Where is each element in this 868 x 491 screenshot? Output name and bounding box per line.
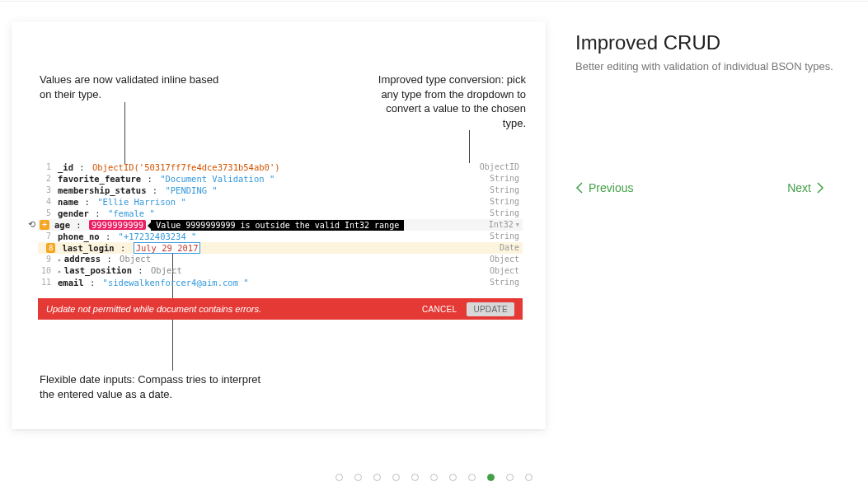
pager-dot[interactable]	[468, 474, 476, 481]
annotation-type-conversion: Improved type conversion: pick any type …	[361, 72, 526, 130]
pager-dot[interactable]	[411, 474, 419, 481]
line-number: 1	[38, 161, 58, 173]
field-key[interactable]: name	[58, 197, 78, 207]
field-value[interactable]: "sidewalkenforcer4@aim.com "	[103, 278, 249, 288]
field-row[interactable]: 11email : "sidewalkenforcer4@aim.com "St…	[38, 277, 523, 288]
field-value[interactable]: July 29 2017	[134, 242, 201, 254]
pager-dot[interactable]	[335, 474, 343, 481]
line-number: 11	[38, 277, 58, 288]
feature-title: Improved CRUD	[575, 31, 834, 54]
validation-tooltip: Value 9999999999 is outside the valid In…	[151, 220, 404, 231]
type-dropdown[interactable]: ObjectID	[480, 161, 523, 173]
field-key[interactable]: last_position	[64, 265, 132, 275]
previous-button[interactable]: Previous	[575, 181, 633, 194]
pager-dot[interactable]	[430, 474, 438, 481]
field-key[interactable]: email	[58, 278, 84, 288]
field-value[interactable]: "+17232403234 "	[119, 231, 197, 241]
type-dropdown[interactable]: Object	[490, 254, 523, 265]
field-row[interactable]: 10▸last_position : ObjectObject	[38, 265, 523, 277]
field-key[interactable]: address	[64, 254, 101, 264]
line-number: 8	[46, 243, 55, 253]
cancel-button[interactable]: CANCEL	[422, 305, 457, 314]
pager-dot[interactable]	[449, 474, 457, 481]
pager-dot[interactable]	[373, 474, 381, 481]
field-row[interactable]: 1_id : ObjectID('50317ff7fe4dce3731b54ab…	[38, 161, 523, 173]
error-message: Update not permitted while document cont…	[46, 304, 422, 314]
field-row[interactable]: 5gender : "female "String	[38, 208, 523, 219]
field-key[interactable]: _id	[58, 162, 73, 172]
line-number: 3	[38, 185, 58, 196]
field-key[interactable]: age	[54, 220, 70, 230]
field-value[interactable]: "female "	[108, 208, 155, 218]
annotation-flexible-dates: Flexible date inputs: Compass tries to i…	[40, 372, 270, 401]
feature-screenshot: Values are now validated inline based on…	[12, 21, 546, 429]
pager-dot[interactable]	[487, 474, 495, 481]
field-row[interactable]: 2favorite_feature : "Document Validation…	[38, 173, 523, 185]
chevron-left-icon	[575, 182, 584, 194]
pointer-line	[124, 102, 125, 164]
line-number: 10	[38, 265, 58, 277]
pointer-line	[469, 130, 470, 163]
field-value[interactable]: ObjectID('50317ff7fe4dce3731b54ab0')	[92, 162, 280, 172]
line-number: 4	[38, 196, 58, 208]
pager-dot[interactable]	[525, 474, 533, 481]
type-dropdown[interactable]: String	[490, 277, 523, 288]
field-value[interactable]: Object	[151, 265, 182, 275]
field-key[interactable]: phone_no	[58, 231, 100, 241]
pager-dot[interactable]	[392, 474, 400, 481]
field-row[interactable]: 7phone_no : "+17232403234 "String	[38, 231, 523, 242]
type-dropdown[interactable]: String	[490, 208, 523, 219]
field-row[interactable]: 4name : "Ellie Harrison "String	[38, 196, 523, 208]
type-dropdown[interactable]: String	[490, 173, 523, 185]
pager-dot[interactable]	[506, 474, 514, 481]
line-number: 5	[38, 208, 58, 219]
expand-icon[interactable]: ▸	[58, 256, 62, 264]
line-number: 9	[38, 254, 58, 265]
next-label: Next	[787, 181, 811, 194]
type-dropdown[interactable]: Object	[490, 265, 523, 277]
previous-label: Previous	[589, 181, 633, 194]
next-button[interactable]: Next	[787, 181, 824, 194]
update-button[interactable]: UPDATE	[467, 302, 514, 316]
field-value[interactable]: "Document Validation "	[160, 174, 274, 184]
feature-subtitle: Better editing with validation of indivi…	[575, 59, 834, 74]
field-key[interactable]: gender	[58, 208, 89, 218]
undo-icon[interactable]: ⟲	[28, 219, 35, 231]
error-bar: Update not permitted while document cont…	[38, 298, 523, 320]
add-field-icon[interactable]: +	[40, 220, 49, 230]
type-dropdown[interactable]: String	[490, 185, 523, 196]
field-row[interactable]: 9▸address : ObjectObject	[38, 254, 523, 265]
field-value[interactable]: Object	[120, 254, 151, 264]
annotation-inline-validation: Values are now validated inline based on…	[40, 72, 229, 101]
pager-dot[interactable]	[354, 474, 362, 481]
field-row[interactable]: 3membership_status : "PENDING "String	[38, 185, 523, 196]
field-value[interactable]: "Ellie Harrison "	[97, 197, 185, 207]
line-number: 2	[38, 173, 58, 185]
field-row[interactable]: ⟲+age : 9999999999Value 9999999999 is ou…	[38, 219, 523, 231]
field-value[interactable]: 9999999999	[89, 220, 146, 230]
chevron-down-icon: ▼	[516, 219, 519, 231]
document-editor: 1_id : ObjectID('50317ff7fe4dce3731b54ab…	[38, 161, 523, 288]
field-key[interactable]: membership_status	[58, 185, 146, 195]
chevron-right-icon	[816, 182, 824, 194]
type-dropdown[interactable]: String	[490, 196, 523, 208]
line-number: 7	[38, 231, 58, 242]
field-key[interactable]: favorite_feature	[58, 174, 141, 184]
field-value[interactable]: "PENDING "	[165, 185, 217, 195]
expand-icon[interactable]: ▸	[58, 268, 62, 275]
pager-dots	[0, 474, 868, 481]
type-dropdown[interactable]: Date	[500, 242, 523, 254]
field-key[interactable]: last_login	[62, 243, 114, 253]
type-dropdown[interactable]: String	[490, 231, 523, 242]
field-row[interactable]: 8last_login : July 29 2017Date	[38, 242, 523, 254]
type-dropdown[interactable]: Int32▼	[489, 219, 523, 231]
